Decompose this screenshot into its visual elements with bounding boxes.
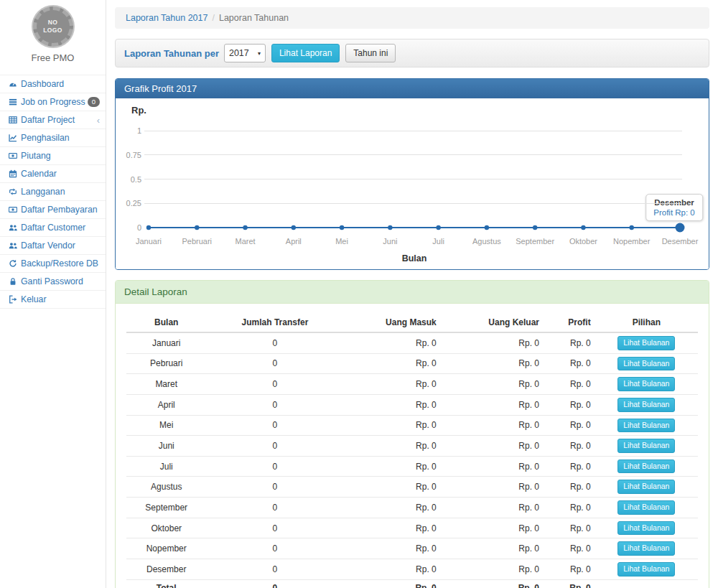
detail-panel-title: Detail Laporan — [116, 281, 709, 304]
cell-pilihan: Lihat Bulanan — [595, 477, 698, 498]
total-cell-uang-masuk: Rp. 0 — [343, 579, 440, 588]
cell-jumlah-transfer: 0 — [206, 559, 343, 580]
cell-profit: Rp. 0 — [544, 436, 595, 457]
profit-chart-panel: Grafik Profit 2017 Rp. Desember Profit R… — [115, 78, 709, 270]
cell-profit: Rp. 0 — [544, 477, 595, 498]
cell-bulan: Nopember — [126, 538, 206, 559]
sidebar-item-label: Daftar Project — [21, 115, 75, 125]
total-cell-profit: Rp. 0 — [544, 579, 595, 588]
data-point-agustus — [485, 225, 489, 230]
sidebar-item-label: Langganan — [21, 187, 65, 197]
sidebar-item-penghasilan[interactable]: Penghasilan — [0, 129, 106, 147]
column-header-uang-masuk: Uang Masuk — [343, 313, 440, 332]
table-row-oktober: Oktober0Rp. 0Rp. 0Rp. 0Lihat Bulanan — [126, 518, 698, 538]
cell-profit: Rp. 0 — [544, 518, 595, 538]
cell-uang-keluar: Rp. 0 — [441, 353, 544, 374]
lihat-bulanan-button[interactable]: Lihat Bulanan — [617, 562, 675, 577]
app-name: Free PMO — [0, 52, 106, 63]
cell-uang-keluar: Rp. 0 — [441, 456, 544, 477]
sidebar-item-dashboard[interactable]: Dashboard — [0, 75, 106, 93]
tahun-ini-button[interactable]: Tahun ini — [345, 44, 396, 62]
no-logo-badge: NOLOGO — [33, 6, 73, 47]
total-cell-jumlah-transfer: 0 — [206, 579, 343, 588]
lihat-bulanan-button[interactable]: Lihat Bulanan — [617, 500, 675, 515]
sidebar-item-job-on-progress[interactable]: Job on Progress0 — [0, 93, 106, 111]
column-header-uang-keluar: Uang Keluar — [441, 313, 544, 332]
total-cell-uang-keluar: Rp. 0 — [441, 579, 544, 588]
lihat-bulanan-button[interactable]: Lihat Bulanan — [617, 336, 675, 350]
logo-box: NOLOGO Free PMO — [0, 0, 106, 69]
sidebar-item-label: Daftar Customer — [21, 223, 85, 233]
cell-pilihan: Lihat Bulanan — [595, 374, 698, 395]
sidebar-item-daftar-project[interactable]: Daftar Project‹ — [0, 111, 106, 129]
data-point-pebruari — [195, 225, 199, 230]
year-filter-bar: Laporan Tahunan per 2017 ▾ Lihat Laporan… — [115, 39, 709, 67]
cell-uang-keluar: Rp. 0 — [441, 477, 544, 498]
cell-bulan: Agustus — [126, 477, 206, 498]
sidebar-item-daftar-vendor[interactable]: Daftar Vendor — [0, 237, 106, 255]
cell-bulan: September — [126, 498, 206, 518]
year-select[interactable]: 2017 ▾ — [224, 44, 266, 62]
cell-profit: Rp. 0 — [544, 332, 595, 353]
sidebar-item-daftar-customer[interactable]: Daftar Customer — [0, 219, 106, 237]
table-row-maret: Maret0Rp. 0Rp. 0Rp. 0Lihat Bulanan — [126, 374, 698, 395]
cell-profit: Rp. 0 — [544, 374, 595, 395]
detail-report-panel: Detail Laporan BulanJumlah TransferUang … — [115, 280, 709, 588]
breadcrumb-link-laporan-tahun[interactable]: Laporan Tahun 2017 — [126, 13, 208, 23]
money-icon — [6, 205, 19, 214]
lihat-laporan-button[interactable]: Lihat Laporan — [271, 44, 340, 62]
sidebar-item-label: Piutang — [21, 151, 51, 161]
cell-pilihan: Lihat Bulanan — [595, 518, 698, 538]
cell-jumlah-transfer: 0 — [206, 332, 343, 353]
cell-pilihan: Lihat Bulanan — [595, 394, 698, 415]
total-cell-bulan: Total — [126, 579, 206, 588]
lihat-bulanan-button[interactable]: Lihat Bulanan — [617, 357, 675, 371]
sidebar-item-daftar-pembayaran[interactable]: Daftar Pembayaran — [0, 201, 106, 219]
cell-pilihan: Lihat Bulanan — [595, 538, 698, 559]
data-point-oktober — [581, 225, 585, 230]
calendar-icon — [6, 169, 19, 178]
table-row-juni: Juni0Rp. 0Rp. 0Rp. 0Lihat Bulanan — [126, 436, 698, 457]
lihat-bulanan-button[interactable]: Lihat Bulanan — [617, 541, 675, 556]
data-point-nopember — [630, 225, 634, 230]
table-row-september: September0Rp. 0Rp. 0Rp. 0Lihat Bulanan — [126, 498, 698, 518]
tasks-icon — [6, 98, 19, 106]
sidebar-item-langganan[interactable]: Langganan — [0, 183, 106, 201]
cell-uang-masuk: Rp. 0 — [343, 559, 440, 580]
cell-profit: Rp. 0 — [544, 394, 595, 415]
lihat-bulanan-button[interactable]: Lihat Bulanan — [617, 439, 675, 453]
cell-jumlah-transfer: 0 — [206, 538, 343, 559]
sidebar-item-label: Calendar — [21, 169, 57, 179]
sidebar-item-ganti-password[interactable]: Ganti Password — [0, 273, 106, 291]
year-filter-label: Laporan Tahunan per — [124, 48, 219, 59]
lock-icon — [6, 277, 19, 286]
table-row-januari: Januari0Rp. 0Rp. 0Rp. 0Lihat Bulanan — [126, 332, 698, 353]
cell-uang-masuk: Rp. 0 — [343, 374, 440, 395]
column-header-pilihan: Pilihan — [595, 313, 698, 332]
sidebar-item-label: Job on Progress — [21, 97, 85, 107]
lihat-bulanan-button[interactable]: Lihat Bulanan — [617, 480, 675, 494]
data-point-maret — [243, 225, 247, 230]
cell-pilihan: Lihat Bulanan — [595, 456, 698, 477]
sign-out-icon — [6, 295, 19, 304]
data-point-juni — [388, 225, 392, 230]
sidebar-item-calendar[interactable]: Calendar — [0, 165, 106, 183]
lihat-bulanan-button[interactable]: Lihat Bulanan — [617, 459, 675, 474]
sidebar-item-label: Keluar — [21, 294, 47, 304]
sidebar-item-label: Penghasilan — [21, 133, 70, 143]
sidebar-item-backup-restore-db[interactable]: Backup/Restore DB — [0, 255, 106, 273]
sidebar-item-piutang[interactable]: Piutang — [0, 147, 106, 165]
lihat-bulanan-button[interactable]: Lihat Bulanan — [617, 521, 675, 536]
refresh-icon — [6, 259, 19, 268]
data-point-september — [533, 225, 537, 230]
cell-bulan: April — [126, 394, 206, 415]
cell-uang-masuk: Rp. 0 — [343, 518, 440, 538]
cell-uang-keluar: Rp. 0 — [441, 415, 544, 436]
cell-uang-keluar: Rp. 0 — [441, 498, 544, 518]
table-icon — [6, 116, 19, 124]
sidebar-item-keluar[interactable]: Keluar — [0, 291, 106, 309]
lihat-bulanan-button[interactable]: Lihat Bulanan — [617, 398, 675, 412]
lihat-bulanan-button[interactable]: Lihat Bulanan — [617, 419, 675, 433]
lihat-bulanan-button[interactable]: Lihat Bulanan — [617, 377, 675, 391]
cell-profit: Rp. 0 — [544, 559, 595, 580]
